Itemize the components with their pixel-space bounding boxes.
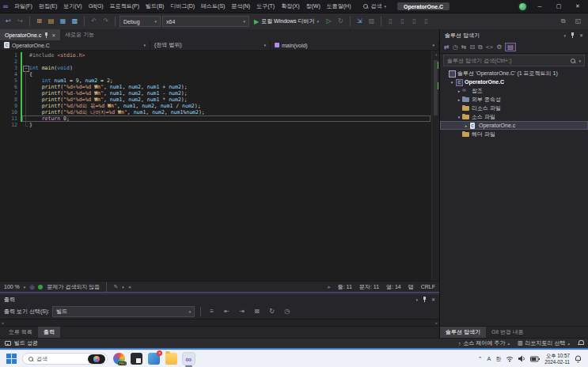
hot-reload-icon[interactable]: ↻ xyxy=(336,14,346,28)
notification-bell-icon[interactable] xyxy=(575,355,582,363)
goto-next-message-icon[interactable]: ⇥ xyxy=(237,305,247,319)
open-file-icon[interactable]: ▤ xyxy=(46,14,56,28)
speaker-icon[interactable] xyxy=(518,355,525,362)
menu-item[interactable]: 창(W) xyxy=(302,0,323,13)
code-line[interactable]: 6 printf("%d+%d=%d ₩n", num1, num2, num1… xyxy=(0,84,431,90)
menu-item[interactable]: 도움말(H) xyxy=(324,0,355,13)
file-explorer-icon[interactable] xyxy=(165,353,177,365)
navbar-scope-dropdown[interactable]: (전역 범위) ▾ xyxy=(150,40,271,50)
tree-item[interactable]: ▸참조 xyxy=(440,86,588,95)
taskbar-clock[interactable]: 오후 10:57 2024-02-11 xyxy=(544,353,570,365)
editor-vertical-scrollbar[interactable]: ＋ xyxy=(431,51,439,281)
scrollbar-thumb[interactable] xyxy=(434,60,438,115)
navbar-member-dropdown[interactable]: main(void) ▾ xyxy=(271,40,439,50)
wifi-icon[interactable] xyxy=(506,355,514,362)
code-editor[interactable]: 1#include <stdio.h>23int main(void)4{5 i… xyxy=(0,51,439,281)
menu-item[interactable]: 빌드(B) xyxy=(142,0,167,13)
pin-icon[interactable] xyxy=(423,297,427,302)
document-tab[interactable]: 새로운 기능 xyxy=(60,29,99,40)
code-line[interactable]: 8 printf("%d*%d=%d ₩n", num1, num2, num1… xyxy=(0,96,431,103)
pending-changes-filter-icon[interactable]: ◷ xyxy=(453,44,458,51)
tree-item[interactable]: ▾OperatorOne.C xyxy=(440,78,588,86)
code-line[interactable]: 12} xyxy=(0,122,431,128)
column-indicator[interactable]: 열: 14 xyxy=(386,283,401,291)
hidden-icons-chevron[interactable]: ⌃ xyxy=(478,356,483,362)
close-icon[interactable]: ✕ xyxy=(579,32,583,38)
save-icon[interactable]: ▦ xyxy=(58,14,68,28)
new-project-icon[interactable]: ⊞ xyxy=(34,14,44,28)
properties-icon[interactable]: ⚙ xyxy=(496,44,502,51)
window-position-dropdown-icon[interactable]: ▾ xyxy=(415,297,418,302)
select-repository-button[interactable]: ▥ 리포지토리 선택 ▴ xyxy=(518,339,570,347)
title-search-box[interactable]: 검색 ▾ xyxy=(358,2,391,10)
battery-icon[interactable] xyxy=(530,356,540,362)
health-indicator-icon[interactable]: ◎ xyxy=(29,284,34,290)
expand-icon[interactable]: ▸ xyxy=(328,284,331,290)
toggle-autoscroll-icon[interactable]: ↻ xyxy=(267,305,277,319)
close-icon[interactable]: ✕ xyxy=(431,297,435,302)
photos-app-icon[interactable] xyxy=(131,353,142,365)
code-line[interactable]: 10 printf("%d/%d의 나머지=%d ₩n", num1, num2… xyxy=(0,109,431,115)
notifications-bell-icon[interactable] xyxy=(578,340,583,346)
menu-item[interactable]: 테스트(S) xyxy=(198,0,228,13)
redo-icon[interactable]: ↷ xyxy=(101,14,111,28)
menu-item[interactable]: 프로젝트(P) xyxy=(107,0,142,13)
show-all-files-icon[interactable]: ▤ xyxy=(505,43,516,51)
tree-item[interactable]: 헤더 파일 xyxy=(440,130,588,138)
attach-icon[interactable]: ⇲ xyxy=(355,14,365,28)
code-line[interactable]: 5 int num1 = 9, num2 = 2; xyxy=(0,78,431,84)
close-button[interactable]: ✕ xyxy=(572,3,583,9)
code-line[interactable]: 4{ xyxy=(0,71,431,78)
menu-item[interactable]: 보기(V) xyxy=(60,0,85,13)
pin-icon[interactable] xyxy=(571,32,575,38)
profiler-icon[interactable]: ▥ xyxy=(366,14,377,28)
browser-app-icon[interactable]: PRO xyxy=(113,353,125,365)
side-panel-tab[interactable]: Git 변경 내용 xyxy=(486,327,529,338)
tree-expander-icon[interactable]: ▸ xyxy=(456,97,462,102)
output-horizontal-scrollbar[interactable]: ◂ ▸ xyxy=(0,320,439,326)
platform-dropdown[interactable]: x64▾ xyxy=(162,16,249,27)
debug-config-dropdown[interactable]: Debug▾ xyxy=(119,16,161,27)
zoom-level-dropdown[interactable]: 100 % xyxy=(4,284,20,289)
sync-with-active-document-icon[interactable]: ⇄ xyxy=(444,44,450,51)
eol-indicator[interactable]: CRLF xyxy=(421,284,435,289)
pin-icon[interactable] xyxy=(44,32,48,38)
tree-item[interactable]: ▸OperatorOne.c xyxy=(440,121,588,130)
collapse-margin-icon[interactable]: ◂ xyxy=(128,284,131,290)
save-all-icon[interactable]: ▩ xyxy=(70,14,80,28)
menu-item[interactable]: 파일(F) xyxy=(11,0,36,13)
menu-item[interactable]: 도구(T) xyxy=(253,0,278,13)
code-line[interactable]: 1#include <stdio.h> xyxy=(0,52,431,59)
undo-icon[interactable]: ↶ xyxy=(89,14,99,28)
menu-item[interactable]: 편집(E) xyxy=(36,0,60,13)
tab-mode-indicator[interactable]: 탭 xyxy=(408,283,414,291)
tree-item[interactable]: ▸외부 종속성 xyxy=(440,95,588,104)
add-to-source-control-button[interactable]: ↑ 소스 제어에 추가 ▴ xyxy=(458,339,510,347)
code-line[interactable]: 11 return 0; xyxy=(0,115,431,122)
minimize-button[interactable]: ─ xyxy=(534,4,545,9)
nav-back-icon[interactable]: ↩ xyxy=(3,14,13,28)
code-line[interactable]: 2 xyxy=(0,59,431,65)
feedback-icon[interactable]: ⧉ xyxy=(558,14,568,28)
bookmark-prev-icon[interactable]: ▯ xyxy=(397,14,408,28)
tool-window-tab-error-list[interactable]: 오류 목록 xyxy=(3,327,38,338)
nav-forward-icon[interactable]: ↪ xyxy=(15,14,25,28)
menu-item[interactable]: Git(G) xyxy=(85,0,107,13)
tree-expander-icon[interactable]: ▸ xyxy=(463,123,469,128)
live-share-icon[interactable]: ◱ xyxy=(573,14,583,28)
user-avatar[interactable] xyxy=(519,3,526,10)
weather-app-icon[interactable]: 9 xyxy=(148,353,160,365)
document-tab[interactable]: OperatorOne.c✕ xyxy=(0,29,60,40)
taskbar-search-box[interactable]: 검색 xyxy=(22,353,108,365)
start-without-debugging-icon[interactable]: ▷ xyxy=(324,14,334,28)
preview-selected-icon[interactable]: ⧉ xyxy=(478,44,483,51)
switch-views-icon[interactable]: ⇆ xyxy=(461,44,467,51)
tree-item[interactable]: 솔루션 'OperatorOne.C' (1 프로젝트의 1) xyxy=(440,69,588,78)
time-icon[interactable]: ◷ xyxy=(282,305,292,319)
scroll-right-icon[interactable]: ▸ xyxy=(435,320,438,325)
collapse-all-icon[interactable]: ⊟ xyxy=(469,44,475,51)
navbar-file-dropdown[interactable]: C OperatorOne.C ▾ xyxy=(0,40,150,50)
char-indicator[interactable]: 문자: 11 xyxy=(359,283,379,291)
copilot-button[interactable] xyxy=(88,354,105,364)
problems-status[interactable]: 문제가 검색되지 않음 xyxy=(47,283,100,291)
